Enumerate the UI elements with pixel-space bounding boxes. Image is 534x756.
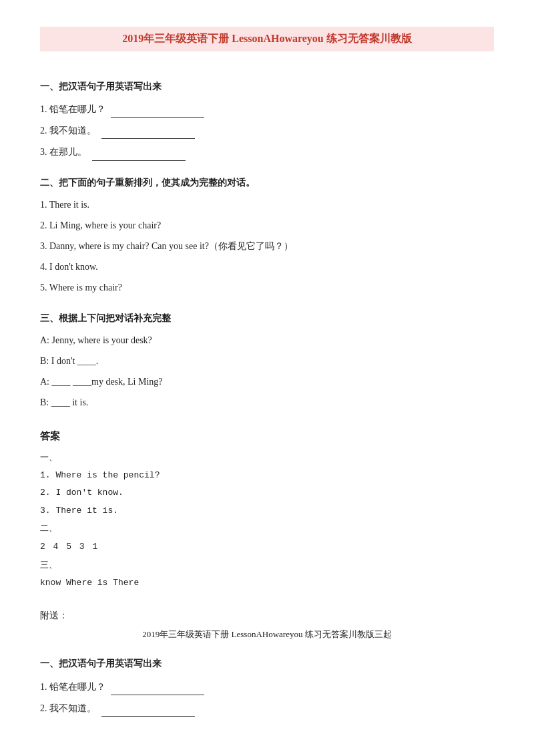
answers-sub1-item1: 1. Where is the pencil?	[40, 467, 494, 483]
answers-sub1-item2: 2. I don't know.	[40, 485, 494, 500]
section2-item1: 1. There it is.	[40, 196, 494, 213]
section2-heading: 二、把下面的句子重新排列，使其成为完整的对话。	[40, 174, 494, 191]
bonus-q2-text: 我不知道。	[49, 703, 96, 713]
q3-text: 在那儿。	[49, 147, 87, 157]
bonus-label: 附送：	[40, 607, 494, 624]
answers-sub1-item3: 3. There it is.	[40, 503, 494, 518]
section3-lineA1: A: Jenny, where is your desk?	[40, 332, 494, 349]
answers-sub2-label: 二、	[40, 520, 494, 536]
section3-lineA2: A: ____ ____my desk, Li Ming?	[40, 373, 494, 390]
bonus-subtitle: 2019年三年级英语下册 LessonAHowareyou 练习无答案川教版三起	[40, 626, 494, 642]
bonus-q1-text: 铅笔在哪儿？	[49, 682, 105, 692]
section1-q3: 3. 在那儿。	[40, 143, 494, 160]
bonus-q1: 1. 铅笔在哪儿？	[40, 678, 494, 695]
bonus-q2: 2. 我不知道。	[40, 699, 494, 717]
section1-q1: 1. 铅笔在哪儿？	[40, 100, 494, 118]
section2-item5: 5. Where is my chair?	[40, 279, 494, 296]
bonus-section1-heading: 一、把汉语句子用英语写出来	[40, 655, 494, 672]
bonus-q2-blank	[101, 699, 195, 717]
q2-text: 我不知道。	[49, 126, 96, 136]
section1-q2: 2. 我不知道。	[40, 122, 494, 139]
q3-blank	[92, 143, 186, 160]
q1-blank	[111, 100, 204, 118]
answers-sub3-label: 三、	[40, 557, 494, 572]
section2-item2: 2. Li Ming, where is your chair?	[40, 217, 494, 234]
answers-sub3-answers: know Where is There	[40, 575, 494, 590]
bonus-q2-num: 2.	[40, 703, 47, 713]
q1-num: 1.	[40, 104, 47, 114]
section2-item3: 3. Danny, where is my chair? Can you see…	[40, 238, 494, 254]
bonus-q1-num: 1.	[40, 682, 47, 692]
q1-text: 铅笔在哪儿？	[49, 104, 105, 114]
section2-item4: 4. I don't know.	[40, 258, 494, 275]
answers-sub2-order: 2 4 5 3 1	[40, 539, 494, 554]
answers-heading: 答案	[40, 427, 494, 445]
section3-lineB2: B: ____ it is.	[40, 394, 494, 411]
section3-heading: 三、根据上下问把对话补充完整	[40, 310, 494, 327]
answers-sub1-label: 一、	[40, 449, 494, 465]
q3-num: 3.	[40, 147, 47, 157]
section3-lineB1: B: I don't ____.	[40, 353, 494, 369]
page-title: 2019年三年级英语下册 LessonAHowareyou 练习无答案川教版	[40, 27, 494, 51]
q2-blank	[101, 122, 195, 139]
section1-heading: 一、把汉语句子用英语写出来	[40, 78, 494, 95]
q2-num: 2.	[40, 126, 47, 136]
bonus-q1-blank	[111, 678, 204, 695]
